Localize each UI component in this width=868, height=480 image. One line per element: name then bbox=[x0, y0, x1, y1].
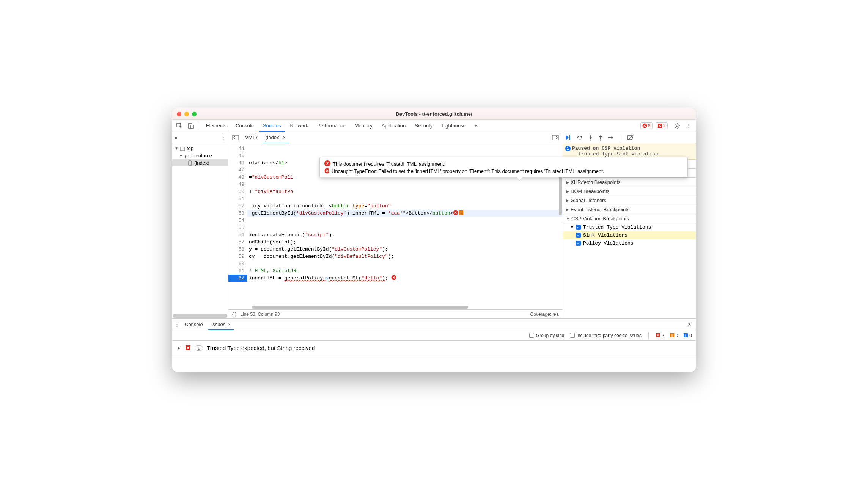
svg-rect-12 bbox=[461, 214, 461, 215]
section-global-listeners[interactable]: ▶Global Listeners bbox=[563, 196, 696, 205]
tab-performance[interactable]: Performance bbox=[313, 120, 349, 132]
pause-subtitle: Trusted Type Sink Violation bbox=[572, 151, 693, 157]
svg-rect-11 bbox=[461, 211, 461, 213]
status-bar: { } Line 53, Column 93 Coverage: n/a bbox=[228, 309, 563, 318]
tree-host[interactable]: ▼ tt-enforce bbox=[172, 152, 228, 159]
file-tree: ▼ top ▼ tt-enforce (index) bbox=[172, 143, 228, 314]
trusted-type-violations-row[interactable]: ▼ ✓ Trusted Type Violations bbox=[563, 223, 696, 231]
drawer-warn-badge[interactable]: 0 bbox=[670, 333, 678, 338]
svg-point-18 bbox=[600, 139, 601, 140]
svg-point-5 bbox=[676, 125, 678, 127]
traffic-lights bbox=[177, 112, 197, 116]
drawer-error-badge[interactable]: 2 bbox=[656, 333, 664, 338]
tree-host-label: tt-enforce bbox=[191, 153, 212, 158]
format-icon[interactable]: { } bbox=[232, 312, 236, 317]
left-scrollbar[interactable] bbox=[173, 314, 227, 318]
policy-checkbox[interactable]: ✓ bbox=[576, 241, 581, 246]
tab-sources[interactable]: Sources bbox=[259, 120, 285, 132]
device-toggle-icon[interactable] bbox=[186, 121, 196, 131]
sink-violations-row[interactable]: ✓ Sink Violations bbox=[563, 231, 696, 239]
section-dom-breakpoints[interactable]: ▶DOM Breakpoints bbox=[563, 187, 696, 196]
debugger-toolbar bbox=[563, 132, 696, 143]
window-title: DevTools - tt-enforced.glitch.me/ bbox=[197, 111, 671, 117]
maximize-window-button[interactable] bbox=[192, 112, 197, 116]
csp-children: ▼ ✓ Trusted Type Violations ✓ Sink Viola… bbox=[563, 223, 696, 247]
issue-title: Trusted Type expected, but String receiv… bbox=[207, 345, 315, 351]
tab-application[interactable]: Application bbox=[378, 120, 410, 132]
issue-count-badge[interactable]: 2 bbox=[656, 122, 668, 129]
nav-more-icon[interactable]: » bbox=[175, 134, 178, 141]
issue-row-1[interactable]: ▶ 1 Trusted Type expected, but String re… bbox=[172, 341, 696, 355]
nav-history-icon[interactable] bbox=[231, 133, 241, 143]
svg-rect-2 bbox=[191, 125, 193, 129]
left-header: » ⋮ bbox=[172, 132, 228, 143]
left-navigator: » ⋮ ▼ top ▼ tt-enforce (index) bbox=[172, 132, 228, 318]
step-icon[interactable] bbox=[608, 135, 615, 141]
section-csp-violation-breakpoints[interactable]: ▼CSP Violation Breakpoints bbox=[563, 214, 696, 223]
section-xhr-breakpoints[interactable]: ▶XHR/fetch Breakpoints bbox=[563, 178, 696, 187]
drawer-tabs: ⋮ Console Issues × × bbox=[172, 319, 696, 330]
drawer-tab-issues[interactable]: Issues × bbox=[208, 319, 234, 330]
step-into-icon[interactable] bbox=[588, 135, 593, 141]
deactivate-breakpoints-icon[interactable] bbox=[627, 135, 634, 141]
svg-point-16 bbox=[580, 138, 581, 140]
svg-rect-6 bbox=[180, 147, 185, 151]
tooltip-line1: This document requires 'TrustedHTML' ass… bbox=[333, 161, 683, 167]
settings-icon[interactable] bbox=[672, 121, 682, 131]
file-tab-vm17[interactable]: VM17 bbox=[242, 132, 261, 143]
section-event-listener-breakpoints[interactable]: ▶Event Listener Breakpoints bbox=[563, 205, 696, 214]
tab-memory[interactable]: Memory bbox=[351, 120, 376, 132]
tree-file-index[interactable]: (index) bbox=[172, 159, 228, 166]
minimize-window-button[interactable] bbox=[184, 112, 189, 116]
inspect-element-icon[interactable] bbox=[175, 121, 184, 131]
tab-console[interactable]: Console bbox=[232, 120, 258, 132]
devtools-window: DevTools - tt-enforced.glitch.me/ Elemen… bbox=[172, 108, 696, 372]
show-editor-icon[interactable] bbox=[550, 133, 560, 143]
resume-icon[interactable] bbox=[565, 135, 572, 141]
third-party-checkbox[interactable]: Include third-party cookie issues bbox=[570, 333, 642, 338]
drawer-toolbar: Group by kind Include third-party cookie… bbox=[172, 330, 696, 341]
nav-menu-icon[interactable]: ⋮ bbox=[221, 135, 226, 140]
tab-lighthouse[interactable]: Lighthouse bbox=[438, 120, 470, 132]
error-count-badge[interactable]: 6 bbox=[640, 122, 653, 129]
issue-count: 1 bbox=[195, 345, 203, 351]
drawer-menu-icon[interactable]: ⋮ bbox=[175, 322, 179, 327]
more-menu-icon[interactable]: ⋮ bbox=[684, 121, 693, 131]
drawer-tab-console[interactable]: Console bbox=[182, 319, 206, 330]
pause-title: Paused on CSP violation bbox=[572, 146, 693, 151]
cursor-position: Line 53, Column 93 bbox=[240, 312, 280, 317]
tab-network[interactable]: Network bbox=[286, 120, 312, 132]
policy-violations-row[interactable]: ✓ Policy Violations bbox=[563, 239, 696, 247]
drawer-info-badge[interactable]: 0 bbox=[683, 333, 692, 338]
svg-point-17 bbox=[590, 139, 591, 140]
titlebar: DevTools - tt-enforced.glitch.me/ bbox=[172, 108, 696, 120]
step-out-icon[interactable] bbox=[598, 135, 603, 141]
close-drawer-icon[interactable]: × bbox=[685, 320, 693, 328]
close-window-button[interactable] bbox=[177, 112, 181, 116]
tree-top-label: top bbox=[187, 146, 193, 151]
tooltip-line2: Uncaught TypeError: Failed to set the 'i… bbox=[332, 168, 604, 174]
svg-rect-15 bbox=[569, 135, 570, 140]
error-tooltip: 2 This document requires 'TrustedHTML' a… bbox=[319, 157, 688, 177]
group-by-kind-checkbox[interactable]: Group by kind bbox=[529, 333, 565, 338]
more-tabs-icon[interactable]: » bbox=[471, 121, 481, 131]
main-area: » ⋮ ▼ top ▼ tt-enforce (index) bbox=[172, 132, 696, 318]
editor-hscroll[interactable] bbox=[229, 305, 562, 309]
file-tabs: VM17 (index) × bbox=[228, 132, 563, 143]
error-count-value: 6 bbox=[648, 123, 651, 129]
sink-checkbox[interactable]: ✓ bbox=[576, 233, 581, 238]
close-drawer-tab-icon[interactable]: × bbox=[228, 322, 231, 327]
tab-security[interactable]: Security bbox=[411, 120, 436, 132]
close-tab-icon[interactable]: × bbox=[283, 135, 286, 140]
tab-elements[interactable]: Elements bbox=[202, 120, 230, 132]
tt-checkbox[interactable]: ✓ bbox=[576, 225, 581, 230]
file-tab-index[interactable]: (index) × bbox=[263, 132, 289, 143]
drawer: ⋮ Console Issues × × Group by kind Inclu… bbox=[172, 318, 696, 372]
main-tabs: Elements Console Sources Network Perform… bbox=[172, 120, 696, 132]
tree-top[interactable]: ▼ top bbox=[172, 145, 228, 152]
issue-count-value: 2 bbox=[663, 123, 666, 129]
svg-point-19 bbox=[608, 137, 609, 138]
info-icon: i bbox=[565, 146, 571, 151]
step-over-icon[interactable] bbox=[577, 135, 583, 141]
svg-rect-25 bbox=[686, 335, 686, 337]
